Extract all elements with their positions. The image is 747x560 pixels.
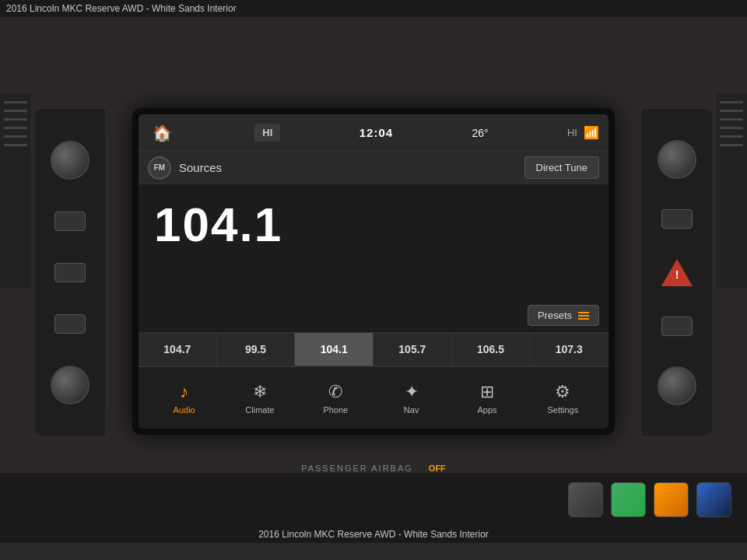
phone-icon: ✆	[328, 382, 342, 402]
caption-text: 2016 Lincoln MKC Reserve AWD - White San…	[258, 529, 489, 540]
climate-icon: ❄	[253, 382, 267, 402]
bottom-caption: 2016 Lincoln MKC Reserve AWD - White San…	[0, 526, 747, 543]
left-vent	[0, 93, 31, 288]
vent-line	[4, 101, 27, 103]
vent-line	[720, 101, 743, 103]
vent-line	[4, 127, 27, 129]
car-interior: 2016 Lincoln MKC Reserve AWD - White San…	[0, 0, 747, 543]
bottom-nav: ♪ Audio ❄ Climate ✆ Phone ✦ Nav	[139, 366, 608, 429]
preset-6[interactable]: 107.3	[530, 333, 608, 366]
left-control-btn-3[interactable]	[54, 314, 86, 334]
vent-line	[720, 127, 743, 129]
nav-settings[interactable]: ⚙ Settings	[525, 382, 601, 415]
preset-1[interactable]: 104.7	[139, 333, 217, 366]
infotainment-screen[interactable]: 🏠 HI 12:04 26° HI 📶 FM Sources Direct	[132, 108, 615, 435]
bottom-btn-blue[interactable]	[696, 482, 731, 517]
left-panel	[35, 109, 105, 436]
vent-line	[4, 110, 27, 112]
status-hi-right: HI	[567, 127, 577, 138]
status-temp: 26°	[472, 127, 488, 139]
right-panel: !	[642, 109, 712, 436]
presets-label: Presets	[538, 310, 572, 321]
main-frequency: 104.1	[154, 197, 282, 252]
settings-icon: ⚙	[555, 382, 570, 402]
vent-line	[720, 118, 743, 121]
audio-label: Audio	[174, 405, 195, 415]
page-title: 2016 Lincoln MKC Reserve AWD - White San…	[6, 3, 237, 14]
preset-3-active[interactable]: 104.1	[295, 333, 374, 366]
airbag-area: PASSENGER AIRBAG OFF	[179, 464, 568, 473]
bottom-btn-green[interactable]	[611, 482, 646, 517]
home-icon[interactable]: 🏠	[148, 119, 176, 147]
bottom-strip	[0, 473, 747, 526]
status-hi-label: HI	[254, 124, 280, 142]
screen-bezel: 🏠 HI 12:04 26° HI 📶 FM Sources Direct	[132, 108, 615, 435]
sources-label[interactable]: Sources	[179, 161, 222, 174]
right-control-btn-2[interactable]	[661, 317, 693, 336]
left-control-btn-1[interactable]	[54, 212, 86, 231]
vent-line	[720, 135, 743, 138]
audio-icon: ♪	[180, 382, 188, 402]
nav-star-icon: ✦	[405, 382, 419, 402]
sync-screen: 🏠 HI 12:04 26° HI 📶 FM Sources Direct	[139, 114, 608, 429]
vent-line	[720, 144, 743, 146]
nav-phone[interactable]: ✆ Phone	[298, 382, 374, 415]
right-vent	[716, 93, 747, 288]
bottom-btn-orange[interactable]	[654, 482, 689, 517]
right-knob-1[interactable]	[658, 140, 696, 179]
preset-5[interactable]: 106.5	[452, 333, 531, 366]
left-knob[interactable]	[51, 141, 89, 180]
vent-line	[4, 144, 27, 146]
warning-indicator: !	[661, 259, 693, 286]
sources-left: FM Sources	[148, 156, 222, 180]
fm-badge: FM	[148, 156, 171, 180]
status-time: 12:04	[359, 126, 393, 139]
left-control-btn-2[interactable]	[54, 263, 86, 282]
page-title-bar: 2016 Lincoln MKC Reserve AWD - White San…	[0, 0, 747, 17]
presets-button[interactable]: Presets	[528, 305, 599, 326]
airbag-status: OFF	[429, 464, 446, 473]
sources-bar: FM Sources Direct Tune	[139, 152, 608, 184]
status-bar: 🏠 HI 12:04 26° HI 📶	[139, 114, 608, 152]
nav-apps[interactable]: ⊞ Apps	[449, 382, 524, 415]
preset-4[interactable]: 105.7	[374, 333, 452, 366]
frequency-display: 104.1 Presets	[139, 184, 608, 332]
left-knob-2[interactable]	[51, 366, 89, 404]
bottom-btn-1[interactable]	[568, 482, 603, 517]
frequency-presets: 104.7 99.5 104.1 105.7 106.5 107.3	[139, 332, 608, 366]
settings-label: Settings	[547, 405, 578, 415]
phone-label: Phone	[323, 405, 348, 415]
wifi-icon: 📶	[584, 125, 599, 140]
status-right: HI 📶	[567, 125, 599, 140]
right-control-btn-1[interactable]	[661, 209, 693, 229]
vent-line	[4, 135, 27, 138]
airbag-text: PASSENGER AIRBAG	[301, 464, 413, 473]
right-knob-2[interactable]	[658, 366, 696, 405]
presets-icon	[578, 312, 589, 320]
apps-label: Apps	[477, 405, 496, 415]
vent-line	[4, 118, 27, 121]
apps-icon: ⊞	[480, 382, 494, 402]
climate-label: Climate	[245, 405, 274, 415]
vent-line	[720, 110, 743, 112]
preset-2[interactable]: 99.5	[217, 333, 296, 366]
nav-audio[interactable]: ♪ Audio	[146, 382, 222, 415]
nav-label: Nav	[404, 405, 419, 415]
direct-tune-button[interactable]: Direct Tune	[524, 156, 599, 179]
nav-nav[interactable]: ✦ Nav	[374, 382, 449, 415]
nav-climate[interactable]: ❄ Climate	[222, 382, 297, 415]
